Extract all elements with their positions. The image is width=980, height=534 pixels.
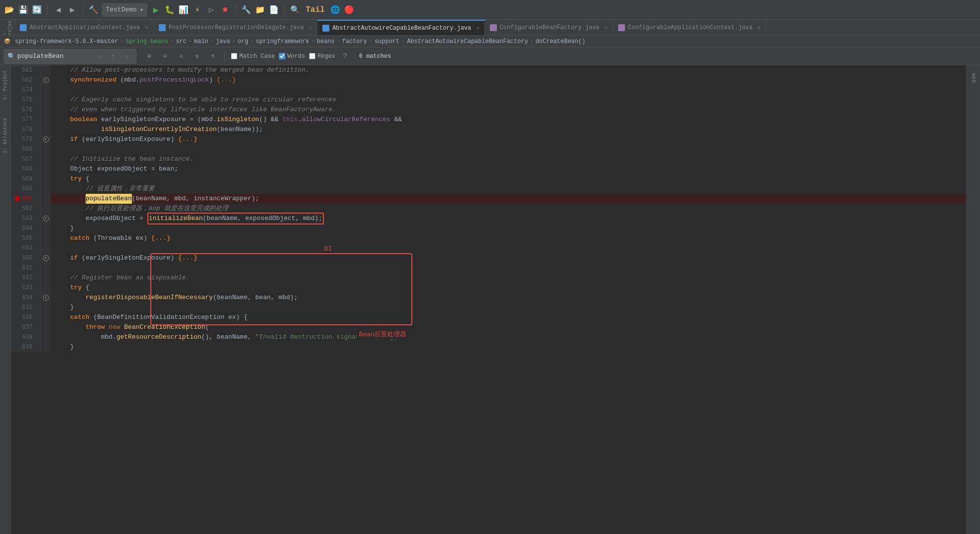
sidebar-project-tab[interactable]: 1: Project — [1, 67, 9, 103]
sidebar-structure-tab[interactable]: 2: Structure — [1, 115, 9, 156]
sync-icon[interactable]: 🔄 — [32, 4, 43, 15]
search-filter-icon[interactable]: ⚗ — [207, 50, 219, 62]
breadcrumb-src[interactable]: src — [176, 38, 187, 45]
clear-search-button[interactable]: ✕ — [93, 50, 105, 62]
breadcrumb-module[interactable]: spring-beans — [126, 38, 168, 45]
search-option-icon4[interactable]: ⇅ — [191, 50, 203, 62]
comment-576: // even when triggered by lifecycle inte… — [55, 105, 337, 115]
line-636: catch (BeanDefinitionValidationException… — [51, 312, 966, 322]
breadcrumb-class[interactable]: AbstractAutowireCapableBeanFactory — [407, 38, 528, 45]
tab-icon-4 — [490, 24, 497, 31]
project-icon-breadcrumb: 📦 — [4, 38, 11, 44]
tab-close-5[interactable]: ✕ — [757, 24, 761, 31]
line-637: throw new BeanCreationException( — [51, 322, 966, 332]
tab-label-5: ConfigurableApplicationContext.java — [628, 24, 753, 31]
debug-button[interactable]: 🐛 — [164, 4, 175, 15]
comment-592: // 执行后置处理器，aop 就是在这里完成的处理 — [55, 204, 228, 214]
build-icon[interactable]: 🔨 — [88, 4, 99, 15]
line-595: catch (Throwable ex) {...} — [51, 233, 966, 243]
find-icon[interactable]: 🔍 — [290, 4, 301, 15]
plugin-icon[interactable]: 🔴 — [344, 4, 355, 15]
linenum-605: 605 — [15, 253, 37, 263]
back-icon[interactable]: ◀ — [53, 4, 64, 15]
tail-label: Tail — [304, 5, 326, 14]
breadcrumb-project[interactable]: spring-framework-5.0.X-master — [15, 38, 118, 45]
line-605: if (earlySingletonExposure) {...} — [51, 253, 966, 263]
help-button[interactable]: ? — [339, 50, 351, 62]
tab-abstract-autowire[interactable]: AbstractAutowireCapableBeanFactory.java … — [317, 20, 485, 35]
stop-icon[interactable]: ■ — [220, 4, 230, 15]
line-577: boolean earlySingletonExposure = (mbd.is… — [51, 115, 966, 125]
words-checkbox[interactable] — [279, 53, 285, 59]
line-593: exposedObject = initializeBean(beanName,… — [51, 214, 966, 223]
line-633: try { — [51, 283, 966, 293]
terminal-icon[interactable]: 📄 — [268, 4, 279, 15]
words-label: Words — [287, 53, 305, 60]
line-587: // Initialize the bean instance. — [51, 154, 966, 164]
project-icon[interactable]: 📂 — [4, 4, 15, 15]
regex-checkbox[interactable] — [309, 53, 315, 59]
tab-close-4[interactable]: ✕ — [604, 24, 608, 31]
breadcrumb-support[interactable]: support — [374, 38, 399, 45]
tab-close-2[interactable]: ✕ — [309, 24, 312, 31]
profile-icon[interactable]: ⚡ — [192, 4, 203, 15]
right-tab-web[interactable]: Web — [969, 69, 979, 87]
line-594: } — [51, 223, 966, 233]
tab-abstract-app-context[interactable]: AbstractApplicationContext.java ✕ — [15, 20, 154, 35]
match-case-option[interactable]: Match Case — [231, 53, 275, 60]
linenum-594: 594 — [15, 223, 37, 233]
code-562: (mbd. — [120, 75, 139, 85]
linenum-593: 593 — [15, 214, 37, 223]
tab-bar: 1: Project AbstractApplicationContext.ja… — [0, 20, 980, 36]
line-562: synchronized (mbd.postProcessingLock) {.… — [51, 75, 966, 85]
tab-close-3[interactable]: ✕ — [476, 25, 480, 31]
run-config[interactable]: TestDemo ▾ — [102, 3, 147, 17]
regex-option[interactable]: Regex — [309, 53, 335, 60]
kw-sync: synchronized — [55, 75, 121, 85]
line-578: isSingletonCurrentlyInCreation(beanName)… — [51, 125, 966, 134]
tab-close-1[interactable]: ✕ — [145, 24, 148, 31]
coverage-icon[interactable]: 📊 — [178, 4, 189, 15]
search-input[interactable] — [17, 52, 91, 60]
search-option-icon1[interactable]: ⊞ — [143, 50, 155, 62]
line-632: // Register bean as disposable. — [51, 273, 966, 283]
tab-configurable-bean[interactable]: ConfigurableBeanFactory.java ✕ — [485, 20, 613, 35]
linenum-574: 574 — [15, 85, 37, 95]
line-575: // Eagerly cache singletons to be able t… — [51, 95, 966, 105]
search-input-wrap: 🔍 ✕ ↑ ↓ — [4, 49, 136, 64]
tab-post-processor[interactable]: PostProcessorRegistrationDelegate.java ✕ — [154, 20, 317, 35]
search-option-icon2[interactable]: ⊟ — [159, 50, 171, 62]
breadcrumb-main[interactable]: main — [194, 38, 208, 45]
breadcrumb-beans[interactable]: beans — [317, 38, 335, 45]
sidebar-toggle[interactable]: 1: Project — [0, 20, 15, 36]
editor-area[interactable]: 561 562 574 575 576 577 578 579 586 587 … — [11, 65, 966, 534]
breadcrumb-springframework[interactable]: springframework — [256, 38, 309, 45]
search-option-icon3[interactable]: ≡ — [175, 50, 187, 62]
project-tab-label[interactable]: 1: Project — [2, 20, 13, 36]
git-icon[interactable]: 🔧 — [241, 4, 252, 15]
tab-icon-3 — [322, 25, 329, 32]
folder-icon[interactable]: 📁 — [255, 4, 266, 15]
run-all-icon[interactable]: ▷ — [206, 4, 217, 15]
save-icon[interactable]: 💾 — [18, 4, 29, 15]
line-591: populateBean(beanName, mbd, instanceWrap… — [51, 194, 966, 204]
match-case-checkbox[interactable] — [231, 53, 237, 59]
breadcrumb-method[interactable]: doCreateBean() — [535, 38, 585, 45]
tab-label-2: PostProcessorRegistrationDelegate.java — [169, 24, 304, 31]
search-options: ⊞ ⊟ ≡ ⇅ ⚗ Match Case Words Regex ? 6 mat… — [143, 50, 391, 62]
line-635: } — [51, 303, 966, 312]
play-button[interactable]: ▶ — [150, 4, 161, 15]
line-586 — [51, 144, 966, 154]
translate-icon[interactable]: 🌐 — [330, 4, 341, 15]
words-option[interactable]: Words — [279, 53, 305, 60]
breadcrumb-org[interactable]: org — [238, 38, 249, 45]
linenum-631: 631 — [15, 263, 37, 273]
prev-match-button[interactable]: ↑ — [107, 50, 119, 62]
forward-icon[interactable]: ▶ — [67, 4, 78, 15]
tab-configurable-app[interactable]: ConfigurableApplicationContext.java ✕ — [613, 20, 766, 35]
left-sidebar: 1: Project 2: Structure — [0, 65, 11, 534]
next-match-button[interactable]: ↓ — [121, 50, 133, 62]
line-638: mbd.getResourceDescription(), beanName, … — [51, 332, 966, 342]
breadcrumb-java[interactable]: java — [216, 38, 230, 45]
breadcrumb-factory[interactable]: factory — [342, 38, 367, 45]
